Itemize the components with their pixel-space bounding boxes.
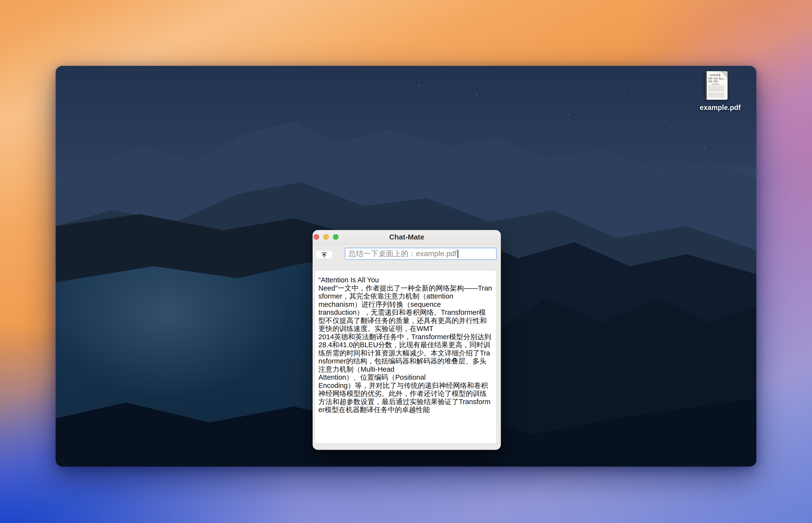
pdf-icon-spine (704, 71, 707, 100)
window-titlebar[interactable]: Chat-Mate (313, 230, 501, 244)
desktop-file-example-pdf[interactable]: example.pdf (700, 71, 732, 112)
chat-mate-window: Chat-Mate 总结一下桌面上的：example.pdf “Attentio… (313, 230, 501, 450)
pdf-preview-author-block (714, 77, 718, 79)
pdf-preview-author-block (709, 77, 712, 79)
pdf-preview-author-block (714, 80, 718, 82)
window-title: Chat-Mate (389, 233, 424, 241)
pdf-preview-body-lines (708, 93, 724, 97)
traffic-lights (314, 230, 339, 244)
file-name-label: example.pdf (700, 104, 732, 112)
prompt-input-value: 总结一下桌面上的：example.pdf (348, 249, 457, 259)
pdf-preview-author-block (709, 80, 712, 82)
response-text: “Attention Is All You Need”一文中，作者提出了一种全新… (318, 276, 493, 414)
folded-corner (720, 71, 728, 78)
scroll-to-top-button[interactable] (316, 251, 333, 259)
pdf-file-icon (704, 71, 728, 100)
pdf-preview-abstract-lines (708, 86, 724, 92)
zoom-button[interactable] (333, 234, 339, 240)
pdf-preview-title-line (710, 75, 721, 75)
text-caret (457, 250, 458, 258)
close-button[interactable] (314, 234, 319, 240)
prompt-input[interactable]: 总结一下桌面上的：example.pdf (344, 248, 497, 260)
pdf-preview-heading-line (712, 84, 719, 85)
arrow-up-to-line-icon (321, 252, 327, 258)
desktop-screenshot: example.pdf Chat-Mate 总结一下桌面上的：example.p… (56, 66, 756, 467)
minimize-button[interactable] (323, 234, 329, 240)
response-textarea[interactable]: “Attention Is All You Need”一文中，作者提出了一种全新… (315, 271, 496, 443)
